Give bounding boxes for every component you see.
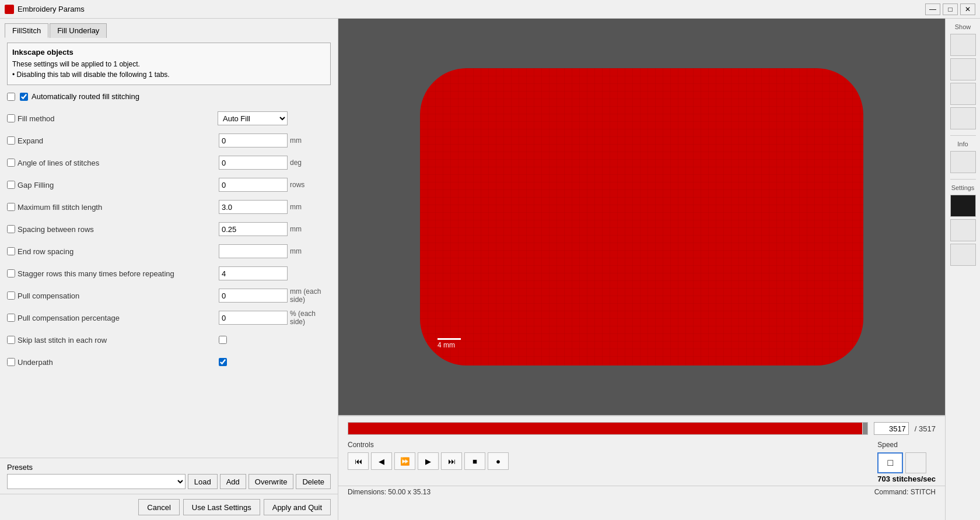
gap-label: Gap Filling [18, 181, 219, 189]
pullcomp-checkbox[interactable] [7, 291, 15, 300]
sidebar-thumb-6[interactable] [950, 195, 976, 217]
fill-method-dropdown[interactable]: Auto Fill Manual Fill Guided Fill [218, 111, 288, 125]
left-panel: FillStitch Fill Underlay Inkscape object… [0, 19, 338, 520]
pullpct-input[interactable] [219, 311, 288, 325]
sidebar-thumb-2[interactable] [950, 58, 976, 80]
gap-checkbox[interactable] [7, 181, 15, 189]
gap-input[interactable] [219, 178, 288, 192]
skiplast-checkbox[interactable] [7, 336, 15, 344]
gap-unit: rows [290, 181, 331, 189]
maximize-button[interactable]: □ [943, 3, 958, 15]
auto-fill-checkbox[interactable] [20, 93, 28, 101]
sidebar-thumb-3[interactable] [950, 83, 976, 105]
sidebar-thumb-8[interactable] [950, 244, 976, 266]
app-icon [5, 5, 14, 14]
control-btn-record[interactable]: ● [488, 452, 509, 470]
use-last-settings-button[interactable]: Use Last Settings [183, 499, 260, 515]
presets-select[interactable] [7, 474, 186, 489]
bottom-panel: 3517 / 3517 Controls ⏮ ◀ ⏩ ▶ ⏭ ■ [338, 415, 945, 520]
endrow-checkbox[interactable] [7, 247, 15, 255]
setting-row-maxfill: Maximum fill stitch length mm [7, 199, 331, 215]
title-bar: Embroidery Params — □ ✕ [0, 0, 980, 19]
pullcomp-input[interactable] [219, 289, 288, 303]
sidebar-thumb-7[interactable] [950, 219, 976, 241]
setting-row-skiplast: Skip last stitch in each row [7, 332, 331, 348]
control-btn-skip-end[interactable]: ⏭ [441, 452, 462, 470]
angle-label: Angle of lines of stitches [18, 159, 219, 167]
stagger-input[interactable] [219, 266, 288, 280]
stagger-checkbox[interactable] [7, 269, 15, 277]
angle-input[interactable] [219, 156, 288, 170]
command-text: Command: STITCH [874, 488, 936, 496]
main-layout: FillStitch Fill Underlay Inkscape object… [0, 19, 980, 520]
minimize-button[interactable]: — [925, 3, 940, 15]
spacing-checkbox[interactable] [7, 225, 15, 233]
tabs-row: FillStitch Fill Underlay [0, 19, 338, 38]
apply-quit-button[interactable]: Apply and Quit [264, 499, 331, 515]
controls-row: Controls ⏮ ◀ ⏩ ▶ ⏭ ■ ● Speed [338, 438, 945, 486]
maxfill-unit: mm [290, 203, 331, 211]
speed-slow-button[interactable]: □ [877, 452, 903, 473]
inkscape-box-line2: • Disabling this tab will disable the fo… [12, 69, 326, 80]
expand-input[interactable]: 0 [219, 133, 288, 147]
speed-label: Speed [877, 441, 898, 449]
underpath-cell [219, 358, 288, 366]
setting-row-endrow: End row spacing mm [7, 243, 331, 259]
pullcomp-label: Pull compensation [18, 291, 219, 300]
spacing-input[interactable] [219, 222, 288, 236]
add-button[interactable]: Add [220, 474, 246, 489]
setting-row-angle: Angle of lines of stitches deg [7, 154, 331, 171]
dimensions-text: Dimensions: 50.00 x 35.13 [348, 488, 430, 496]
stagger-label: Stagger rows this many times before repe… [18, 269, 219, 278]
control-btn-skip-start[interactable]: ⏮ [348, 452, 369, 470]
auto-fill-label: Automatically routed fill stitching [32, 92, 139, 101]
tab-fillstitch[interactable]: FillStitch [5, 23, 48, 38]
angle-unit: deg [290, 159, 331, 167]
underpath-value-checkbox[interactable] [219, 358, 227, 366]
control-btn-stop[interactable]: ■ [464, 452, 485, 470]
embroidery-canvas: 4 mm [350, 30, 933, 403]
endrow-input[interactable] [219, 244, 288, 258]
delete-button[interactable]: Delete [296, 474, 331, 489]
panel-content: Inkscape objects These settings will be … [0, 38, 338, 458]
inkscape-box-line1: These settings will be applied to 1 obje… [12, 59, 326, 69]
overwrite-button[interactable]: Overwrite [249, 474, 294, 489]
inkscape-box: Inkscape objects These settings will be … [7, 43, 331, 85]
sidebar-thumb-5[interactable] [950, 151, 976, 173]
control-btn-play[interactable]: ▶ [418, 452, 439, 470]
sidebar-divider-2 [950, 179, 976, 180]
progress-total: / 3517 [915, 424, 936, 433]
fill-method-checkbox[interactable] [7, 114, 15, 122]
tab-fillunderlay[interactable]: Fill Underlay [50, 23, 107, 38]
setting-row-expand: Expand 0 mm [7, 132, 331, 149]
speed-section: Speed □ 703 stitches/sec [877, 441, 936, 483]
maxfill-checkbox[interactable] [7, 203, 15, 211]
sidebar-thumb-4[interactable] [950, 107, 976, 129]
speed-value: 703 stitches/sec [877, 475, 936, 483]
shape-background [420, 68, 863, 366]
auto-fill-row: Automatically routed fill stitching [7, 92, 331, 101]
outer-checkbox[interactable] [7, 93, 15, 101]
setting-row-gap: Gap Filling rows [7, 177, 331, 193]
skiplast-value-checkbox[interactable] [219, 336, 227, 344]
endrow-unit: mm [290, 247, 331, 255]
pullpct-checkbox[interactable] [7, 314, 15, 322]
control-btn-fast-forward[interactable]: ⏩ [394, 452, 415, 470]
sidebar-thumb-1[interactable] [950, 34, 976, 56]
angle-checkbox[interactable] [7, 159, 15, 167]
controls-section: Controls ⏮ ◀ ⏩ ▶ ⏭ ■ ● [348, 441, 509, 470]
progress-input[interactable]: 3517 [874, 422, 909, 435]
fill-method-label: Fill method [18, 114, 218, 123]
underpath-checkbox[interactable] [7, 358, 15, 366]
expand-label: Expand [18, 136, 219, 145]
embroidery-shape: 4 mm [420, 68, 863, 366]
progress-thumb [863, 423, 867, 434]
maxfill-input[interactable] [219, 200, 288, 214]
progress-track[interactable] [348, 422, 868, 435]
speed-fast-button[interactable] [905, 452, 926, 473]
close-button[interactable]: ✕ [960, 3, 975, 15]
expand-checkbox[interactable] [7, 136, 15, 145]
load-button[interactable]: Load [188, 474, 218, 489]
cancel-button[interactable]: Cancel [138, 499, 179, 515]
control-btn-back[interactable]: ◀ [371, 452, 392, 470]
